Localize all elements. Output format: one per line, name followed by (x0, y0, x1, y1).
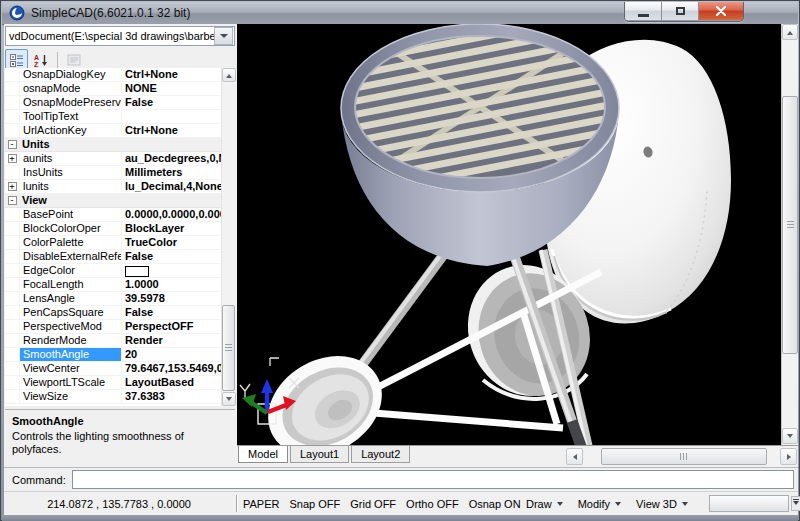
document-selector[interactable]: vdDocument(E:\special 3d drawings\barbec… (5, 26, 235, 46)
toggle-ortho[interactable]: Ortho OFF (406, 498, 459, 510)
chevron-down-icon (220, 34, 228, 42)
property-row[interactable]: ViewCenter79.6467,153.5469,0.0 (5, 362, 222, 376)
title-bar[interactable]: SimpleCAD(6.6021.0.1 32 bit) (2, 2, 798, 25)
toggle-osnap[interactable]: Osnap ON (469, 498, 521, 510)
property-grid-scrollbar[interactable] (221, 68, 236, 406)
property-row[interactable]: BlockColorOperBlockLayer (5, 222, 222, 236)
alphabetical-sort-icon: A Z (34, 53, 48, 67)
property-row[interactable]: ViewSize37.6383 (5, 390, 222, 404)
status-dropdown-button[interactable] (791, 496, 800, 511)
property-name: FocalLength (20, 278, 122, 291)
close-button[interactable] (699, 2, 743, 20)
scroll-up-button[interactable] (782, 24, 798, 40)
property-value: False (122, 96, 222, 109)
property-row[interactable]: OsnapModePreserveFalse (5, 96, 222, 110)
svg-text:A: A (34, 53, 39, 60)
tab-layout1[interactable]: Layout1 (290, 446, 349, 463)
status-info-panel (709, 495, 789, 512)
property-row[interactable]: LensAngle39.5978 (5, 292, 222, 306)
property-value: Millimeters (122, 166, 222, 179)
thumb-grip-icon (680, 453, 688, 460)
minimize-button[interactable] (625, 2, 662, 20)
collapse-icon[interactable]: - (8, 140, 17, 149)
expand-icon[interactable]: + (8, 154, 17, 163)
alphabetical-view-button[interactable]: A Z (29, 49, 52, 70)
drawing-viewport[interactable] (237, 24, 781, 445)
property-value: 39.5978 (122, 292, 222, 305)
property-row[interactable]: +lunitslu_Decimal,4,None (5, 180, 222, 194)
property-row[interactable]: OsnapDialogKeyCtrl+None (5, 68, 222, 82)
viewport-vertical-scrollbar[interactable] (781, 24, 798, 445)
maximize-button[interactable] (662, 2, 699, 20)
property-row[interactable]: ToolTipText (5, 110, 222, 124)
minimize-icon (638, 14, 649, 17)
property-row[interactable]: ColorPaletteTrueColor (5, 236, 222, 250)
combo-dropdown-button[interactable] (214, 27, 233, 45)
property-name: DisableExternalRefer (20, 250, 122, 263)
property-row[interactable]: PenCapsSquareFalse (5, 306, 222, 320)
property-row[interactable]: BasePoint0.0000,0.0000,0.000 (5, 208, 222, 222)
property-value: 79.6467,153.5469,0.0 (122, 362, 222, 375)
window-controls (624, 2, 744, 22)
property-category-row[interactable]: -Units (5, 138, 222, 152)
property-row[interactable]: +aunitsau_Decdegrees,0,No (5, 152, 222, 166)
property-row-selected[interactable]: SmoothAngle20 (5, 348, 222, 362)
scrollbar-thumb[interactable] (222, 305, 235, 391)
collapse-icon[interactable]: - (8, 196, 17, 205)
property-name: OsnapModePreserve (20, 96, 122, 109)
toggle-paper[interactable]: PAPER (243, 498, 279, 510)
property-value: 20 (122, 348, 222, 361)
scrollbar-thumb[interactable] (601, 448, 767, 465)
categorized-view-button[interactable] (5, 49, 28, 70)
property-value: au_Decdegrees,0,No (122, 152, 222, 165)
draw-menu[interactable]: Draw (526, 498, 563, 510)
property-grid: OsnapDialogKeyCtrl+None osnapModeNONE Os… (5, 68, 236, 406)
property-category-row[interactable]: -View (5, 194, 222, 208)
property-name: lunits (20, 180, 122, 193)
toggle-grid[interactable]: Grid OFF (350, 498, 396, 510)
property-name: ColorPalette (20, 236, 122, 249)
edge-color-swatch[interactable] (125, 266, 149, 277)
scroll-right-button[interactable] (780, 448, 797, 465)
scrollbar-thumb[interactable] (782, 96, 798, 354)
property-row[interactable]: EdgeColor (5, 264, 222, 278)
command-input[interactable] (72, 470, 794, 489)
toggle-snap[interactable]: Snap OFF (289, 498, 340, 510)
view3d-menu[interactable]: View 3D (636, 498, 688, 510)
arrow-down-icon (787, 434, 793, 441)
property-value: lu_Decimal,4,None (122, 180, 222, 193)
property-row[interactable]: PerspectiveModPerspectOFF (5, 320, 222, 334)
chevron-down-icon (793, 501, 799, 508)
tab-layout2[interactable]: Layout2 (351, 446, 410, 463)
property-name: ViewSize (20, 390, 122, 403)
arrow-down-icon (226, 397, 232, 404)
property-name: BasePoint (20, 208, 122, 221)
scroll-up-button[interactable] (222, 68, 236, 82)
property-row[interactable]: RenderModeRender (5, 334, 222, 348)
property-row[interactable]: osnapModeNONE (5, 82, 222, 96)
viewport-horizontal-scrollbar[interactable] (566, 448, 797, 465)
tab-model[interactable]: Model (238, 446, 288, 463)
scroll-left-button[interactable] (566, 448, 583, 465)
command-label: Command: (12, 474, 66, 486)
property-row[interactable]: DisableExternalReferFalse (5, 250, 222, 264)
property-name: ToolTipText (20, 110, 122, 123)
property-name: ViewCenter (20, 362, 122, 375)
property-description-panel: SmoothAngle Controls the lighting smooth… (5, 409, 235, 465)
property-row[interactable]: FocalLength1.0000 (5, 278, 222, 292)
dropdown-arrow-icon (682, 502, 688, 509)
window-title: SimpleCAD(6.6021.0.1 32 bit) (31, 6, 190, 20)
property-row[interactable]: UrlActionKeyCtrl+None (5, 124, 222, 138)
property-row[interactable]: ViewportLTScaleLayoutBased (5, 376, 222, 390)
status-bar: 214.0872 , 135.7783 , 0.0000 PAPER Snap … (4, 491, 798, 516)
properties-panel: vdDocument(E:\special 3d drawings\barbec… (4, 24, 237, 467)
scroll-down-button[interactable] (782, 428, 798, 444)
expand-icon[interactable]: + (8, 182, 17, 191)
property-row[interactable]: InsUnitsMillimeters (5, 166, 222, 180)
arrow-right-icon (787, 454, 794, 460)
barbecue-grill-3d-model (237, 24, 781, 445)
modify-menu[interactable]: Modify (578, 498, 621, 510)
scroll-down-button[interactable] (222, 392, 236, 406)
property-pages-icon (67, 54, 81, 66)
command-line-row: Command: (4, 467, 798, 491)
